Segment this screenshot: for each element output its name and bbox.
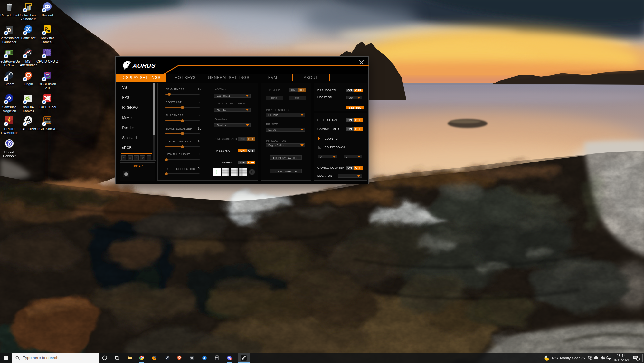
svg-text:1: 1 (230, 358, 231, 360)
svg-text:1: 1 (637, 358, 639, 361)
svg-text:OSD: OSD (45, 118, 50, 121)
svg-text:FAF: FAF (26, 122, 30, 123)
svg-text:B: B (8, 27, 11, 33)
svg-text:R: R (44, 27, 48, 32)
svg-text:EPIC: EPIC (215, 357, 219, 358)
